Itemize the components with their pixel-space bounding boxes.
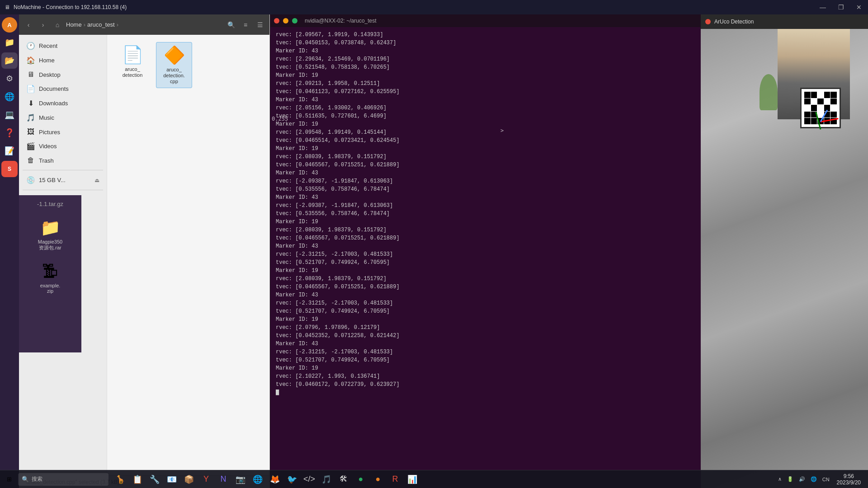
file-item-aruco-detection[interactable]: 📄 aruco_detection	[114, 42, 151, 88]
system-clock[interactable]: 9:56 2023/9/20	[833, 473, 864, 486]
taskbar-icon-green[interactable]: ●	[353, 471, 369, 488]
terminal-line: Marker ID: 43	[276, 291, 695, 299]
terminal-maximize-btn[interactable]	[292, 18, 297, 23]
dock-icon-terminal[interactable]: 📂	[1, 52, 18, 69]
terminal-line: rvec: [2.09213, 1.9958, 0.12511]	[276, 80, 695, 88]
title-bar-controls: — ❐ ✕	[814, 0, 868, 14]
lfl-item-tar[interactable]: -1.1.tar.gz	[35, 199, 65, 209]
dock-icon-badge[interactable]: S	[1, 161, 18, 177]
terminal-body[interactable]: rvec: [2.09567, 1.9919, 0.143933]tvec: […	[270, 27, 701, 488]
file-icon-cpp: 🔶	[164, 45, 185, 65]
sidebar-divider-2	[23, 190, 103, 190]
dock-icon-aruco[interactable]: A	[2, 17, 17, 33]
taskbar-icon-6[interactable]: Y	[198, 471, 214, 488]
taskbar-icon-tools[interactable]: 🛠	[335, 471, 352, 488]
terminal-line: rvec: [-2.31215, -2.17003, 0.481533]	[276, 348, 695, 356]
terminal-line: rvec: [-2.09387, -1.91847, 0.613063]	[276, 202, 695, 210]
taskbar-icon-3[interactable]: 🔧	[146, 471, 163, 488]
taskbar-icon-bird[interactable]: 🐦	[284, 471, 300, 488]
taskbar-icon-file-explorer[interactable]: 🦒	[112, 471, 128, 488]
sidebar-item-recent[interactable]: 🕐 Recent	[21, 39, 105, 53]
search-icon: 🔍	[22, 476, 29, 483]
sidebar-item-trash[interactable]: 🗑 Trash	[21, 154, 105, 167]
app-dock: A 📁 📂 ⚙ 🌐 💻 ❓ 📝 S	[0, 14, 19, 488]
terminal-header: nvidia@NXX-02: ~/aruco_test	[270, 14, 701, 27]
camera-header: ArUco Detection	[701, 14, 868, 29]
sidebar-item-drive[interactable]: 💿 15 GB V... ⏏	[21, 173, 105, 187]
fm-view-button[interactable]: ≡	[240, 19, 251, 31]
tray-lang[interactable]: CN	[821, 477, 831, 482]
sidebar-item-desktop[interactable]: 🖥 Desktop	[21, 68, 105, 81]
maximize-button[interactable]: ❐	[832, 0, 850, 14]
clock-time: 9:56	[837, 473, 861, 479]
taskbar-icon-7[interactable]: N	[215, 471, 231, 488]
taskbar-icon-music[interactable]: 🎵	[318, 471, 335, 488]
dock-icon-files[interactable]: 📁	[1, 34, 18, 51]
tray-battery[interactable]: 🔋	[785, 476, 795, 482]
lfl-item-magpie[interactable]: 📁 Magpie350资源包.rar	[36, 216, 64, 253]
fm-back-button[interactable]: ‹	[23, 19, 34, 31]
taskbar-icon-2[interactable]: 📋	[129, 471, 146, 488]
terminal-minimize-btn[interactable]	[283, 18, 288, 23]
recent-icon: 🕐	[26, 42, 35, 50]
fm-up-button[interactable]: ⌂	[52, 19, 63, 31]
app-icon: 🖥	[5, 4, 10, 10]
file-item-aruco-detection-cpp[interactable]: 🔶 aruco_detection.cpp	[156, 42, 192, 88]
taskbar-icon-code[interactable]: </>	[301, 471, 317, 488]
lfl-tar-label: -1.1.tar.gz	[37, 201, 63, 207]
terminal-line: tvec: [0.0452352, 0.0712258, 0.621442]	[276, 332, 695, 340]
breadcrumb-aruco-test[interactable]: aruco_test	[87, 21, 115, 28]
terminal-line: tvec: [0.521548, 0.758138, 6.70265]	[276, 63, 695, 71]
terminal-line: rvec: [2.09567, 1.9919, 0.143933]	[276, 31, 695, 39]
terminal-line: Marker ID: 43	[276, 47, 695, 55]
terminal-line: tvec: [0.0465567, 0.0715251, 0.621889]	[276, 234, 695, 242]
dock-icon-console[interactable]: 💻	[1, 107, 18, 123]
dock-icon-settings[interactable]: ⚙	[1, 70, 18, 87]
left-file-list: -1.1.tar.gz 📁 Magpie350资源包.rar 🗜 example…	[19, 195, 81, 352]
taskbar-icon-orange[interactable]: ●	[370, 471, 386, 488]
lfl-item-example[interactable]: 🗜 example.zip	[38, 260, 62, 296]
terminal-line: Marker ID: 43	[276, 96, 695, 104]
minimize-button[interactable]: —	[814, 0, 832, 14]
camera-view	[701, 29, 868, 488]
sidebar-item-home[interactable]: 🏠 Home	[21, 53, 105, 67]
dock-icon-notes[interactable]: 📝	[1, 143, 18, 159]
taskbar-icon-browser[interactable]: 🌐	[250, 471, 266, 488]
dock-icon-help[interactable]: ❓	[1, 125, 18, 141]
sidebar-item-documents[interactable]: 📄 Documents	[21, 82, 105, 96]
tray-expand[interactable]: ∧	[776, 476, 783, 482]
terminal-line: Marker ID: 43	[276, 340, 695, 348]
taskbar-icon-4[interactable]: 📧	[164, 471, 180, 488]
sidebar-label-drive: 15 GB V...	[39, 177, 66, 183]
tray-network[interactable]: 🌐	[809, 476, 819, 482]
breadcrumb-home[interactable]: Home	[66, 21, 82, 28]
fm-forward-button[interactable]: ›	[37, 19, 49, 31]
search-box[interactable]: 🔍 搜索	[18, 473, 108, 486]
taskbar-icon-last[interactable]: 📊	[404, 471, 420, 488]
dock-icon-browser[interactable]: 🌐	[1, 89, 18, 105]
tray-volume[interactable]: 🔊	[797, 476, 807, 482]
sidebar-item-downloads[interactable]: ⬇ Downloads	[21, 96, 105, 110]
terminal-line: rvec: [2.10227, 1.993, 0.136741]	[276, 372, 695, 380]
trash-icon: 🗑	[26, 156, 35, 164]
sidebar-label-recent: Recent	[39, 42, 57, 49]
fm-search-button[interactable]: 🔍	[225, 19, 237, 31]
terminal-line: Marker ID: 19	[276, 364, 695, 372]
plant	[760, 74, 778, 110]
close-button[interactable]: ✕	[850, 0, 868, 14]
taskbar-icon-fox[interactable]: 🦊	[267, 471, 283, 488]
terminal-line: Marker ID: 19	[276, 267, 695, 275]
fm-menu-button[interactable]: ☰	[254, 19, 266, 31]
drive-eject-icon[interactable]: ⏏	[94, 177, 99, 183]
camera-close-btn[interactable]	[705, 19, 711, 24]
start-button[interactable]: ⊞	[0, 470, 18, 488]
terminal-line: tvec: [0.0450153, 0.0738748, 0.62437]	[276, 39, 695, 47]
sidebar-item-videos[interactable]: 🎬 Videos	[21, 139, 105, 153]
camera-title: ArUco Detection	[714, 19, 754, 25]
terminal-close-btn[interactable]	[274, 18, 279, 23]
sidebar-item-music[interactable]: 🎵 Music	[21, 111, 105, 125]
sidebar-item-pictures[interactable]: 🖼 Pictures	[21, 125, 105, 139]
taskbar-icon-red[interactable]: R	[387, 471, 403, 488]
taskbar-icon-8[interactable]: 📷	[232, 471, 249, 488]
taskbar-icon-5[interactable]: 📦	[181, 471, 197, 488]
